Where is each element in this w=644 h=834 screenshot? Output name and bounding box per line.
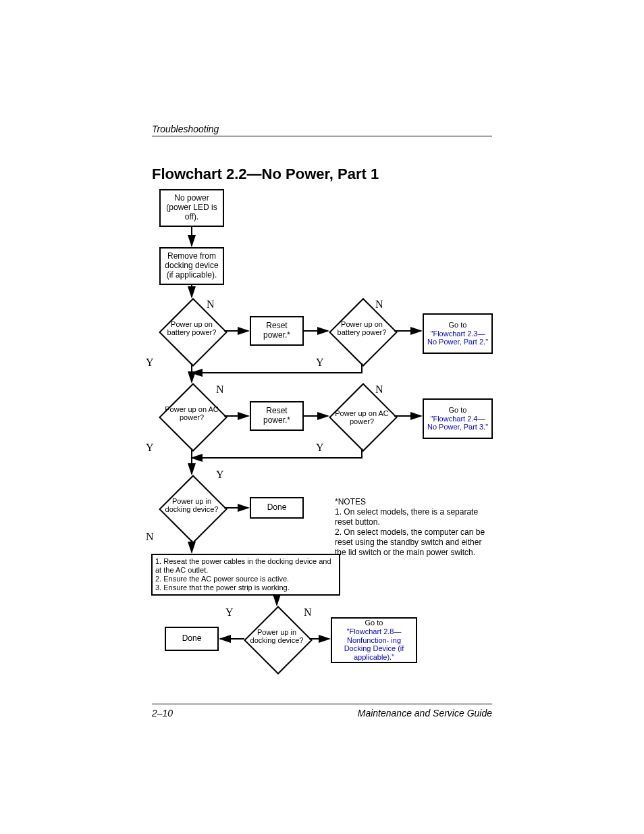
document-page: Troubleshooting Flowchart 2.2—No Power, … xyxy=(0,0,644,834)
running-header: Troubleshooting xyxy=(152,124,492,136)
flowchart-canvas: No power (power LED is off). Remove from… xyxy=(135,189,513,702)
page-title: Flowchart 2.2—No Power, Part 1 xyxy=(152,165,379,183)
footer-page-number: 2–10 xyxy=(152,708,173,719)
footer-rule xyxy=(152,704,492,704)
flowchart-arrows xyxy=(135,189,513,702)
footer-guide-name: Maintenance and Service Guide xyxy=(358,708,492,719)
